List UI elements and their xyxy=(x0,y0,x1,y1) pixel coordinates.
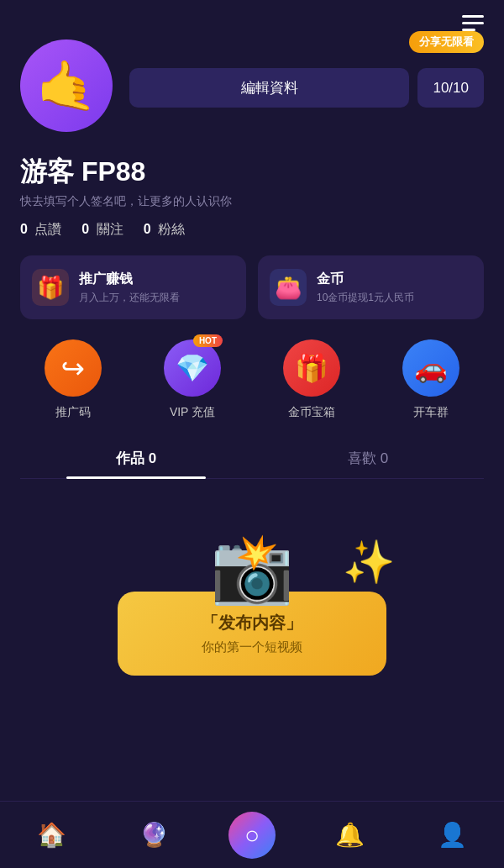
likes-count: 0 xyxy=(20,222,28,236)
tab-works[interactable]: 作品 0 xyxy=(20,440,252,478)
nav-notifications[interactable]: 🔔 xyxy=(322,814,378,855)
quick-label-vip: VIP 充值 xyxy=(170,405,215,420)
quick-label-chest: 金币宝箱 xyxy=(288,405,335,420)
quick-item-chest[interactable]: 🎁 金币宝箱 xyxy=(283,339,340,420)
vip-circle: 💎 xyxy=(164,339,221,397)
score-button[interactable]: 10/10 xyxy=(417,68,484,108)
coin-sub: 10金币提现1元人民币 xyxy=(317,291,414,305)
hot-badge: HOT xyxy=(193,334,223,347)
fans-count: 0 xyxy=(144,222,151,236)
bio: 快去填写个人签名吧，让更多的人认识你 xyxy=(0,194,504,221)
stats: 0 点讚 0 關注 0 粉絲 xyxy=(0,221,504,255)
fans-label: 粉絲 xyxy=(158,222,185,236)
following-count: 0 xyxy=(81,222,89,236)
edit-profile-button[interactable]: 編輯資料 xyxy=(129,68,409,108)
bottom-nav: 🏠 🔮 ○ 🔔 👤 xyxy=(0,801,504,868)
quick-label-car: 开车群 xyxy=(413,405,449,420)
profile-right: 分享无限看 編輯資料 10/10 xyxy=(129,39,484,108)
bell-icon: 🔔 xyxy=(335,821,365,849)
quick-icons: ↩ 推广码 💎 HOT VIP 充值 🎁 金币宝箱 🚗 开车群 xyxy=(0,339,504,429)
discover-icon: 🔮 xyxy=(139,821,169,849)
promote-circle: ↩ xyxy=(45,339,102,397)
fans-stat: 0 粉絲 xyxy=(144,221,185,239)
profile-section: 🤙 分享无限看 編輯資料 10/10 xyxy=(0,39,504,145)
share-badge[interactable]: 分享无限看 xyxy=(409,31,484,53)
quick-label-promote: 推广码 xyxy=(55,405,91,420)
quick-item-car[interactable]: 🚗 开车群 xyxy=(402,339,459,420)
following-label: 關注 xyxy=(97,222,123,236)
following-stat: 0 關注 xyxy=(81,221,123,239)
nav-discover[interactable]: 🔮 xyxy=(126,814,182,855)
nav-profile[interactable]: 👤 xyxy=(424,814,480,855)
quick-item-promote[interactable]: ↩ 推广码 xyxy=(45,339,102,420)
coin-icon: 👛 xyxy=(270,269,307,306)
username: 游客 FP88 xyxy=(0,145,504,194)
coin-card[interactable]: 👛 金币 10金币提现1元人民币 xyxy=(258,255,484,319)
empty-content: 📸 ✨ 「发布内容」 你的第一个短视频 xyxy=(0,479,504,701)
profile-icon: 👤 xyxy=(438,821,467,849)
promote-card[interactable]: 🎁 推广赚钱 月入上万，还能无限看 xyxy=(20,255,246,319)
nav-create[interactable]: ○ xyxy=(228,812,276,859)
publish-title: 「发布内容」 xyxy=(151,612,353,634)
promote-sub: 月入上万，还能无限看 xyxy=(79,291,180,305)
likes-label: 点讚 xyxy=(34,222,61,236)
coin-text: 金币 10金币提现1元人民币 xyxy=(317,271,414,305)
avatar: 🤙 xyxy=(20,39,113,132)
profile-buttons: 編輯資料 10/10 xyxy=(129,68,484,108)
quick-item-vip[interactable]: 💎 HOT VIP 充值 xyxy=(164,339,221,420)
promote-icon: 🎁 xyxy=(32,269,69,306)
content-tabs: 作品 0 喜歡 0 xyxy=(20,440,484,479)
home-icon: 🏠 xyxy=(37,821,66,849)
promote-title: 推广赚钱 xyxy=(79,271,180,288)
nav-home[interactable]: 🏠 xyxy=(24,814,80,855)
feature-cards: 🎁 推广赚钱 月入上万，还能无限看 👛 金币 10金币提现1元人民币 xyxy=(0,255,504,339)
publish-sub: 你的第一个短视频 xyxy=(151,639,353,655)
avatar-emoji: 🤙 xyxy=(36,57,97,114)
chest-circle: 🎁 xyxy=(283,339,340,397)
menu-icon[interactable] xyxy=(462,15,484,31)
promote-text: 推广赚钱 月入上万，还能无限看 xyxy=(79,271,180,305)
coin-title: 金币 xyxy=(317,271,414,288)
create-icon: ○ xyxy=(244,821,260,850)
tab-likes[interactable]: 喜歡 0 xyxy=(252,440,484,478)
likes-stat: 0 点讚 xyxy=(20,221,61,239)
car-circle: 🚗 xyxy=(402,339,459,397)
